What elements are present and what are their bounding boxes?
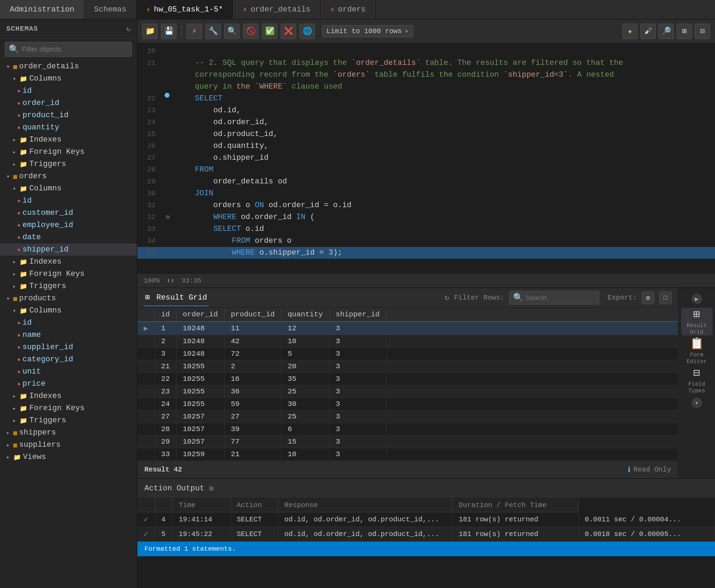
toolbar-commit-btn[interactable]: ✅: [262, 24, 277, 39]
action-output-title: Action Output: [144, 484, 204, 493]
action-col-action[interactable]: Action: [230, 498, 278, 512]
code-line-23: 23 od.id,: [137, 105, 715, 116]
tab-orders[interactable]: ⚡ orders: [321, 0, 376, 19]
sidebar-item-o-date[interactable]: ◆ date: [0, 231, 137, 243]
tab-schemas[interactable]: Schemas: [84, 0, 136, 19]
toolbar-zoom-btn[interactable]: 🔎: [658, 24, 674, 39]
sidebar-item-order-details[interactable]: ▾ ▦ order_details: [0, 60, 137, 73]
code-line-21: 21 -- 2. SQL query that displays the `or…: [137, 57, 715, 69]
table-row[interactable]: 291025777153: [137, 436, 678, 448]
sidebar-item-p-indexes[interactable]: ▸ 📁 Indexes: [0, 390, 137, 402]
sidebar-item-products[interactable]: ▾ ▦ products: [0, 292, 137, 304]
sidebar-item-od-productid[interactable]: ◆ product_id: [0, 109, 137, 121]
sidebar-item-od-columns[interactable]: ▾ 📁 Columns: [0, 73, 137, 85]
toolbar-stop-btn[interactable]: 🚫: [243, 24, 258, 39]
sidebar-item-orders-columns[interactable]: ▾ 📁 Columns: [0, 182, 137, 195]
toolbar-open-btn[interactable]: 📁: [142, 24, 158, 39]
sidebar-item-orders[interactable]: ▾ ▦ orders: [0, 170, 137, 182]
toolbar-rollback-btn[interactable]: ❌: [281, 24, 296, 39]
toolbar-star-btn[interactable]: ★: [622, 24, 638, 39]
tab-hw05[interactable]: ⚡ hw_05_task_1-5*: [136, 0, 233, 19]
result-grid-container[interactable]: id order_id product_id quantity shipper_…: [137, 308, 678, 461]
toolbar-execute-selection-btn[interactable]: 🔧: [205, 24, 221, 39]
toolbar-save-btn[interactable]: 💾: [161, 24, 176, 39]
side-btn-form-editor[interactable]: 📋 FormEditor: [681, 337, 713, 365]
table-cell: 6: [281, 423, 329, 436]
table-row[interactable]: 21102552203: [137, 360, 678, 373]
sidebar-item-views[interactable]: ▸ 📁 Views: [0, 451, 137, 463]
table-row[interactable]: 241025559303: [137, 398, 678, 410]
col-header-quantity[interactable]: quantity: [281, 308, 329, 322]
filter-search-box[interactable]: 🔍: [509, 291, 599, 304]
sidebar-item-p-unit[interactable]: ◆ unit: [0, 365, 137, 378]
toolbar-export-btn[interactable]: ⊟: [695, 24, 710, 39]
sidebar-refresh-icon[interactable]: ↻: [126, 24, 130, 33]
action-col-response[interactable]: Response: [278, 498, 452, 512]
filter-search-input[interactable]: [526, 294, 595, 302]
table-row[interactable]: 271025727253: [137, 410, 678, 423]
sidebar-item-p-triggers[interactable]: ▸ 📁 Triggers: [0, 414, 137, 427]
action-col-time[interactable]: Time: [172, 498, 230, 512]
sidebar-item-p-columns[interactable]: ▾ 📁 Columns: [0, 304, 137, 317]
col-header-shipper-id[interactable]: shipper_id: [329, 308, 386, 322]
zoom-stepper[interactable]: ⬆⬇: [167, 277, 175, 285]
result-extra-btn[interactable]: □: [659, 292, 672, 304]
sidebar-item-p-supplierid[interactable]: ◆ supplier_id: [0, 341, 137, 353]
export-btn[interactable]: ⊞: [642, 292, 654, 304]
sidebar-item-o-indexes[interactable]: ▸ 📁 Indexes: [0, 256, 137, 268]
table-row[interactable]: 221025516353: [137, 373, 678, 385]
sidebar-item-od-triggers[interactable]: ▸ 📁 Triggers: [0, 158, 137, 170]
sidebar-item-shippers[interactable]: ▸ ▦ shippers: [0, 427, 137, 439]
tree-label-o-shipperid: shipper_id: [22, 245, 68, 254]
sidebar-item-o-customerid[interactable]: ◆ customer_id: [0, 207, 137, 219]
code-editor[interactable]: 20 21 -- 2. SQL query that displays the …: [137, 43, 715, 273]
sidebar-item-o-shipperid[interactable]: ◆ shipper_id: [0, 243, 137, 256]
side-btn-field-types[interactable]: ⊟ FieldTypes: [681, 366, 713, 394]
sidebar-item-od-quantity[interactable]: ◆ quantity: [0, 121, 137, 134]
table-row[interactable]: 21024842103: [137, 335, 678, 348]
sidebar-item-od-indexes[interactable]: ▸ 📁 Indexes: [0, 134, 137, 146]
sidebar-item-p-price[interactable]: ◆ price: [0, 378, 137, 390]
col-header-product-id[interactable]: product_id: [224, 308, 281, 322]
line-content-32: WHERE od.order_id IN (: [173, 211, 715, 223]
toolbar-brush-btn[interactable]: 🖌: [640, 24, 656, 39]
result-tab-icon-refresh[interactable]: ↻: [445, 293, 449, 302]
expand-panel-btn[interactable]: ▶: [692, 294, 702, 304]
sidebar-item-p-fk[interactable]: ▸ 📁 Foreign Keys: [0, 402, 137, 414]
toolbar-execute-btn[interactable]: ⚡: [187, 24, 202, 39]
toolbar-columns-btn[interactable]: ⊞: [677, 24, 692, 39]
sidebar-item-suppliers[interactable]: ▸ ▦ suppliers: [0, 439, 137, 451]
sidebar-item-o-employeeid[interactable]: ◆ employee_id: [0, 219, 137, 231]
sidebar-search-box[interactable]: 🔍: [5, 42, 132, 57]
row-arrow: [137, 448, 155, 461]
sidebar-item-od-fk[interactable]: ▸ 📁 Foreign Keys: [0, 146, 137, 158]
table-row[interactable]: 3102487253: [137, 348, 678, 360]
col-header-id[interactable]: id: [155, 308, 176, 322]
toolbar-limit-selector[interactable]: Limit to 1000 rows ▾: [322, 25, 413, 37]
action-output-menu-icon[interactable]: ⊞: [209, 484, 213, 493]
collapse-panel-btn[interactable]: ▾: [692, 398, 702, 408]
table-row[interactable]: ▶11024811123: [137, 322, 678, 335]
toolbar-world-btn[interactable]: 🌐: [300, 24, 315, 39]
table-row[interactable]: 28102573963: [137, 423, 678, 436]
sidebar-item-o-id[interactable]: ◆ id: [0, 195, 137, 207]
action-cell-duration: 0.0018 sec / 0.00005...: [578, 527, 715, 542]
sidebar-item-p-id[interactable]: ◆ id: [0, 317, 137, 329]
tab-result-grid[interactable]: ⊞ Result Grid: [144, 289, 209, 306]
sidebar-item-p-categoryid[interactable]: ◆ category_id: [0, 353, 137, 365]
toolbar-explain-btn[interactable]: 🔍: [224, 24, 240, 39]
tab-administration[interactable]: Administration: [0, 0, 84, 19]
sidebar-search-input[interactable]: [22, 45, 128, 53]
table-row[interactable]: 331025921103: [137, 448, 678, 461]
sidebar-item-od-id[interactable]: ◆ id: [0, 85, 137, 97]
table-row[interactable]: 231025536253: [137, 385, 678, 398]
sidebar-item-o-triggers[interactable]: ▸ 📁 Triggers: [0, 280, 137, 292]
collapse-btn-32[interactable]: ⊖: [166, 211, 170, 223]
sidebar-item-p-name[interactable]: ◆ name: [0, 329, 137, 341]
sidebar-item-od-orderid[interactable]: ◆ order_id: [0, 97, 137, 109]
side-btn-result-grid[interactable]: ⊞ ResultGrid: [681, 308, 713, 336]
col-header-order-id[interactable]: order_id: [176, 308, 224, 322]
tab-order-details[interactable]: ⚡ order_details: [233, 0, 321, 19]
sidebar-item-o-fk[interactable]: ▸ 📁 Foreign Keys: [0, 268, 137, 280]
action-col-duration[interactable]: Duration / Fetch Time: [452, 498, 578, 512]
